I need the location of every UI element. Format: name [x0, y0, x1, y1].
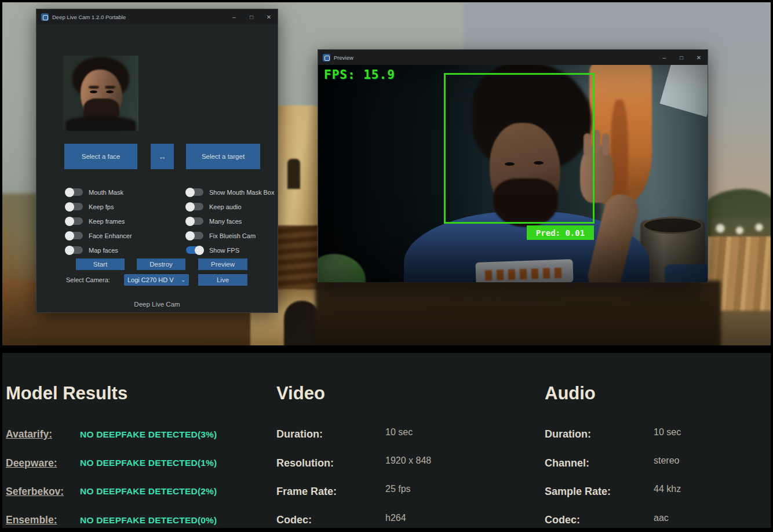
result-value: NO DEEPFAKE DETECTED(2%): [80, 486, 217, 497]
deep-live-cam-window: Deep Live Cam 1.2.0 Portable – □ ✕ Selec…: [36, 9, 278, 313]
result-row-seferbekov: Seferbekov: NO DEEPFAKE DETECTED(2%): [6, 478, 217, 506]
toggle-switch[interactable]: [65, 203, 83, 210]
portrait-shoulders: [65, 116, 136, 131]
app-footer-label: Deep Live Cam: [37, 301, 278, 308]
camera-dropdown[interactable]: Logi C270 HD V ⌄: [124, 274, 189, 286]
minimize-icon[interactable]: –: [655, 50, 673, 65]
field-value: 25 fps: [385, 484, 411, 494]
toggle-keep-frames[interactable]: Keep frames: [65, 214, 181, 228]
toggle-face-enhancer[interactable]: Face Enhancer: [65, 228, 181, 243]
start-button[interactable]: Start: [76, 258, 125, 270]
result-value: NO DEEPFAKE DETECTED(0%): [80, 515, 217, 526]
field-value: h264: [385, 513, 406, 523]
toggle-switch[interactable]: [186, 232, 203, 239]
select-face-button[interactable]: Select a face: [64, 144, 137, 169]
toggle-switch[interactable]: [65, 246, 83, 254]
painting-buildings: [710, 218, 771, 239]
toggle-label: Keep frames: [89, 218, 125, 225]
toggle-label: Keep fps: [89, 203, 114, 210]
portrait-eye: [106, 90, 114, 93]
destroy-button[interactable]: Destroy: [137, 258, 185, 270]
toggle-label: Mouth Mask: [89, 189, 123, 196]
field-label: Codec:: [545, 514, 654, 526]
close-icon[interactable]: ✕: [260, 9, 278, 24]
painting-rocks-bottom: [315, 280, 721, 345]
toggle-mouth-mask[interactable]: Mouth Mask: [65, 185, 181, 199]
toggle-label: Show FPS: [209, 247, 239, 254]
maximize-icon[interactable]: □: [673, 50, 690, 65]
result-row-avatarify: Avatarify: NO DEEPFAKE DETECTED(3%): [6, 420, 217, 449]
model-results-heading: Model Results: [6, 383, 217, 406]
maximize-icon[interactable]: □: [243, 9, 260, 24]
app-icon: [323, 54, 330, 61]
model-link[interactable]: Ensemble:: [6, 514, 80, 526]
painting-ruin-window: [287, 159, 300, 189]
dlc-titlebar[interactable]: Deep Live Cam 1.2.0 Portable – □ ✕: [37, 9, 278, 24]
model-link[interactable]: Deepware:: [6, 457, 80, 469]
analysis-panel: Model Results Avatarify: NO DEEPFAKE DET…: [2, 353, 771, 528]
portrait-brow: [89, 86, 99, 89]
audio-samplerate-row: Sample Rate: 44 khz: [545, 478, 681, 506]
toggle-keep-audio[interactable]: Keep audio: [186, 199, 279, 214]
preview-titlebar[interactable]: Preview – □ ✕: [318, 50, 708, 65]
live-button[interactable]: Live: [198, 274, 247, 286]
toggle-show-mouth-mask-box[interactable]: Show Mouth Mask Box: [186, 185, 279, 199]
preview-button[interactable]: Preview: [198, 258, 247, 270]
audio-section: Audio Duration: 10 sec Channel: stereo S…: [545, 383, 681, 532]
toggle-label: Map faces: [89, 247, 118, 254]
result-value: NO DEEPFAKE DETECTED(3%): [80, 429, 217, 440]
audio-codec-row: Codec: aac: [545, 506, 681, 532]
result-row-ensemble: Ensemble: NO DEEPFAKE DETECTED(0%): [6, 506, 217, 532]
preview-window-title: Preview: [334, 54, 353, 61]
swap-faces-button[interactable]: ↔: [151, 144, 174, 169]
face-detection-box: [444, 73, 595, 224]
audio-heading: Audio: [545, 383, 681, 406]
field-label: Frame Rate:: [276, 486, 385, 498]
toggle-map-faces[interactable]: Map faces: [65, 243, 181, 257]
painting-ruin-arch: [284, 301, 320, 345]
camera-dropdown-value: Logi C270 HD V: [127, 276, 181, 283]
toggle-show-fps[interactable]: Show FPS: [186, 243, 279, 257]
field-label: Duration:: [276, 428, 385, 440]
preview-window: Preview – □ ✕ FPS: 15.9 Pred: 0.01: [318, 49, 708, 282]
toggle-switch[interactable]: [186, 203, 203, 210]
toggle-column-left: Mouth Mask Keep fps Keep frames Face Enh…: [65, 185, 181, 257]
field-value: 10 sec: [654, 427, 681, 438]
toggle-column-right: Show Mouth Mask Box Keep audio Many face…: [186, 185, 279, 257]
toggle-keep-fps[interactable]: Keep fps: [65, 199, 181, 214]
source-face-image: [63, 56, 138, 131]
field-label: Channel:: [545, 457, 654, 469]
select-target-button[interactable]: Select a target: [186, 144, 260, 169]
field-value: 1920 x 848: [385, 456, 431, 466]
field-label: Resolution:: [276, 457, 385, 469]
video-section: Video Duration: 10 sec Resolution: 1920 …: [276, 383, 431, 532]
toggle-switch[interactable]: [186, 246, 203, 254]
minimize-icon[interactable]: –: [225, 9, 243, 24]
toggle-label: Keep audio: [209, 203, 242, 210]
result-row-deepware: Deepware: NO DEEPFAKE DETECTED(1%): [6, 449, 217, 477]
field-value: 10 sec: [385, 427, 413, 438]
field-label: Sample Rate:: [545, 486, 654, 498]
webcam-feed: FPS: 15.9 Pred: 0.01: [318, 65, 708, 282]
fps-counter: FPS: 15.9: [324, 68, 395, 82]
model-link[interactable]: Seferbekov:: [6, 486, 80, 498]
toggle-switch[interactable]: [65, 232, 83, 239]
toggle-label: Show Mouth Mask Box: [209, 189, 275, 196]
app-icon: [41, 13, 49, 21]
toggle-fix-blueish-cam[interactable]: Fix Blueish Cam: [186, 228, 279, 243]
select-camera-label: Select Camera:: [66, 276, 110, 283]
toggle-many-faces[interactable]: Many faces: [186, 214, 279, 228]
audio-duration-row: Duration: 10 sec: [545, 420, 681, 449]
toggle-label: Many faces: [209, 218, 242, 225]
toggle-switch[interactable]: [186, 217, 203, 225]
model-results-section: Model Results Avatarify: NO DEEPFAKE DET…: [6, 383, 217, 532]
toggle-switch[interactable]: [65, 188, 83, 196]
field-value: stereo: [654, 456, 679, 466]
prediction-badge: Pred: 0.01: [527, 225, 594, 240]
close-icon[interactable]: ✕: [690, 50, 708, 65]
field-value: aac: [654, 513, 669, 523]
video-codec-row: Codec: h264: [276, 506, 431, 532]
model-link[interactable]: Avatarify:: [6, 428, 80, 440]
toggle-switch[interactable]: [65, 217, 83, 225]
toggle-switch[interactable]: [186, 188, 203, 196]
